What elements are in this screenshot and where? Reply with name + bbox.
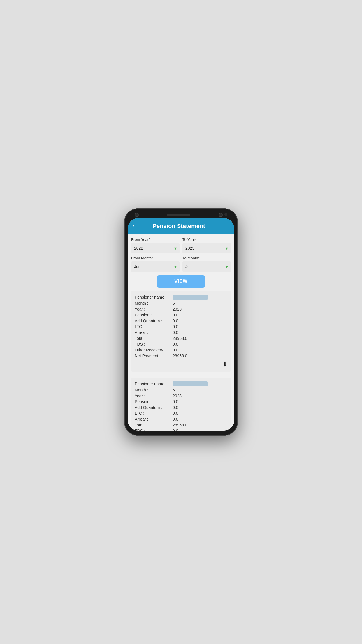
net-payment-label-1: Net Payment:: [135, 354, 173, 358]
download-icon-1[interactable]: ⬇: [222, 360, 227, 368]
arrear-row-2: Arrear : 0.0: [135, 417, 227, 421]
front-camera: [135, 213, 139, 217]
to-year-select-wrapper[interactable]: 2023 2022 ▾: [182, 243, 231, 253]
month-value-2: 5: [173, 388, 175, 392]
tds-label-2: TDS :: [135, 428, 173, 430]
sensor-icon: [219, 213, 223, 217]
ltc-value-2: 0.0: [173, 411, 178, 416]
pensioner-name-row-2: Pensioner name :: [135, 381, 227, 386]
year-row-1: Year : 2023: [135, 307, 227, 312]
add-quantum-label-1: Add Quantum :: [135, 318, 173, 323]
year-label-2: Year :: [135, 393, 173, 398]
to-month-group: To Month* Jul JanFebMar AprMayJun ▾: [182, 256, 231, 272]
total-row-1: Total : 28968.0: [135, 336, 227, 341]
to-month-select-wrapper[interactable]: Jul JanFebMar AprMayJun ▾: [182, 261, 231, 272]
tds-label-1: TDS :: [135, 342, 173, 346]
statement-card-1: Pensioner name : Month : 6 Year : 2023 P…: [131, 291, 231, 372]
phone-screen: ‹ Pension Statement From Year* 2022 2023…: [128, 218, 234, 430]
card-divider: [131, 374, 231, 375]
ltc-value-1: 0.0: [173, 324, 178, 329]
pensioner-name-value-2: [173, 381, 208, 386]
arrear-value-2: 0.0: [173, 417, 178, 421]
total-row-2: Total : 28968.0: [135, 423, 227, 427]
add-quantum-label-2: Add Quantum :: [135, 405, 173, 410]
net-payment-value-1: 28968.0: [173, 354, 187, 358]
total-label-2: Total :: [135, 423, 173, 427]
pension-label-1: Pension :: [135, 313, 173, 317]
ltc-row-1: LTC : 0.0: [135, 324, 227, 329]
tds-value-1: 0.0: [173, 342, 178, 346]
from-month-label: From Month*: [131, 256, 180, 260]
from-year-label: From Year*: [131, 237, 180, 242]
year-row: From Year* 2022 2023 ▾ To Year* 2023: [131, 237, 231, 253]
total-value-1: 28968.0: [173, 336, 187, 341]
to-year-group: To Year* 2023 2022 ▾: [182, 237, 231, 253]
year-label-1: Year :: [135, 307, 173, 312]
year-row-2: Year : 2023: [135, 393, 227, 398]
pension-row-1: Pension : 0.0: [135, 313, 227, 317]
from-month-select[interactable]: Jun JanFebMar AprMayJul: [131, 261, 180, 272]
total-value-2: 28968.0: [173, 423, 187, 427]
other-recovery-row-1: Other Recovery : 0.0: [135, 348, 227, 352]
tds-value-2: 0.0: [173, 428, 178, 430]
net-payment-row-1: Net Payment: 28968.0: [135, 354, 227, 358]
pension-value-2: 0.0: [173, 399, 178, 404]
arrear-label-1: Arrear :: [135, 330, 173, 335]
add-quantum-row-1: Add Quantum : 0.0: [135, 318, 227, 323]
pensioner-name-value-1: [173, 295, 208, 300]
speaker-grille: [167, 214, 190, 216]
arrear-value-1: 0.0: [173, 330, 178, 335]
pension-row-2: Pension : 0.0: [135, 399, 227, 404]
month-label-1: Month :: [135, 301, 173, 306]
year-value-1: 2023: [173, 307, 182, 312]
arrear-label-2: Arrear :: [135, 417, 173, 421]
month-row-1: Month : 6: [135, 301, 227, 306]
ltc-row-2: LTC : 0.0: [135, 411, 227, 416]
month-row-2: Month : 5: [135, 388, 227, 392]
sensor2-icon: [224, 213, 227, 216]
page-title: Pension Statement: [139, 223, 219, 230]
to-year-select[interactable]: 2023 2022: [182, 243, 231, 253]
app-header: ‹ Pension Statement: [128, 218, 234, 234]
view-button[interactable]: VIEW: [157, 275, 205, 288]
from-month-select-wrapper[interactable]: Jun JanFebMar AprMayJul ▾: [131, 261, 180, 272]
pensioner-name-label-1: Pensioner name :: [135, 295, 173, 300]
phone-device: ‹ Pension Statement From Year* 2022 2023…: [124, 208, 238, 436]
statement-card-2: Pensioner name : Month : 5 Year : 2023 P…: [131, 378, 231, 430]
to-year-label: To Year*: [182, 237, 231, 242]
month-row: From Month* Jun JanFebMar AprMayJul ▾ To…: [131, 256, 231, 272]
month-label-2: Month :: [135, 388, 173, 392]
from-year-select[interactable]: 2022 2023: [131, 243, 180, 253]
back-button[interactable]: ‹: [132, 222, 134, 230]
pension-label-2: Pension :: [135, 399, 173, 404]
month-value-1: 6: [173, 301, 175, 306]
from-month-group: From Month* Jun JanFebMar AprMayJul ▾: [131, 256, 180, 272]
arrear-row-1: Arrear : 0.0: [135, 330, 227, 335]
total-label-1: Total :: [135, 336, 173, 341]
download-row-1: ⬇: [135, 360, 227, 368]
ltc-label-2: LTC :: [135, 411, 173, 416]
from-year-select-wrapper[interactable]: 2022 2023 ▾: [131, 243, 180, 253]
ltc-label-1: LTC :: [135, 324, 173, 329]
from-year-group: From Year* 2022 2023 ▾: [131, 237, 180, 253]
other-recovery-value-1: 0.0: [173, 348, 178, 352]
other-recovery-label-1: Other Recovery :: [135, 348, 173, 352]
add-quantum-value-1: 0.0: [173, 318, 178, 323]
pensioner-name-label-2: Pensioner name :: [135, 382, 173, 386]
tds-row-1: TDS : 0.0: [135, 342, 227, 346]
to-month-label: To Month*: [182, 256, 231, 260]
year-value-2: 2023: [173, 393, 182, 398]
add-quantum-value-2: 0.0: [173, 405, 178, 410]
phone-notch: [128, 212, 234, 218]
add-quantum-row-2: Add Quantum : 0.0: [135, 405, 227, 410]
view-btn-container: VIEW: [131, 275, 231, 288]
pensioner-name-row-1: Pensioner name :: [135, 295, 227, 300]
to-month-select[interactable]: Jul JanFebMar AprMayJun: [182, 261, 231, 272]
app-body: From Year* 2022 2023 ▾ To Year* 2023: [128, 234, 234, 430]
tds-row-2: TDS : 0.0: [135, 428, 227, 430]
pension-value-1: 0.0: [173, 313, 178, 317]
